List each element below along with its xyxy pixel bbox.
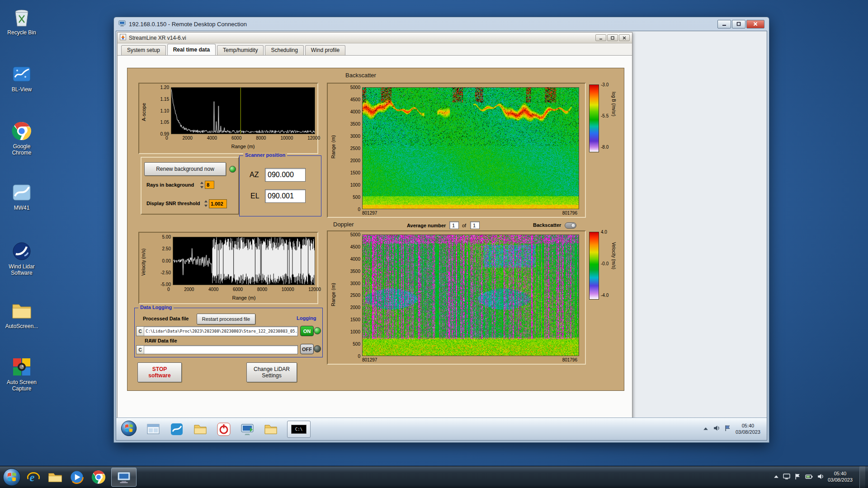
backscatter-plot-frame: 5000 4500 4000 3500 3000 2500 2000 1500 … xyxy=(327,83,586,218)
data-logging-group: Data Logging Processed Data file Restart… xyxy=(134,308,323,357)
tick-label: 5000 xyxy=(350,85,360,90)
remote-task-icon-screen-capture[interactable] xyxy=(240,422,255,436)
remote-taskbar-clock[interactable]: 05:40 03/08/2023 xyxy=(736,423,762,436)
remote-task-icon-folder-2[interactable] xyxy=(264,422,278,436)
taskbar-rdp-task-button[interactable] xyxy=(111,468,137,487)
average-count-field[interactable]: 1 xyxy=(470,221,480,229)
app-close-button[interactable] xyxy=(619,34,630,41)
remote-tray-show-hidden-icon[interactable] xyxy=(703,425,708,433)
svg-text:e: e xyxy=(30,471,35,483)
desktop-icon-recycle-bin[interactable]: Recycle Bin xyxy=(0,6,43,36)
taskbar-clock[interactable]: 05:40 03/08/2023 xyxy=(828,471,853,483)
remote-task-icon-window[interactable] xyxy=(146,422,160,436)
change-lidar-settings-button[interactable]: Change LiDAR Settings xyxy=(246,362,297,382)
desktop-icon-mw41[interactable]: MW41 xyxy=(0,182,43,211)
scanner-position-group: Scanner position AZ 090.000 EL 090.001 xyxy=(239,155,321,216)
tick-label: 3000 xyxy=(350,281,360,286)
taskbar-ie-icon[interactable]: e xyxy=(24,468,42,486)
raw-logging-off-switch[interactable]: OFF xyxy=(300,344,314,354)
processed-data-file-label: Processed Data file xyxy=(143,316,189,321)
tab-temp-humidity[interactable]: Temp/humidity xyxy=(217,45,264,55)
remote-tray-action-center-icon[interactable] xyxy=(724,425,731,433)
folder-icon xyxy=(11,300,33,322)
desktop-icon-auto-screen-capture[interactable]: Auto Screen Capture xyxy=(0,356,43,392)
start-button[interactable] xyxy=(3,468,21,486)
doppler-heatmap xyxy=(362,235,579,356)
tab-scheduling[interactable]: Scheduling xyxy=(265,45,303,55)
backscatter-y-axis: 5000 4500 4000 3500 3000 2500 2000 1500 … xyxy=(341,85,360,212)
raw-logging-led xyxy=(314,345,321,352)
el-value-field[interactable]: 090.001 xyxy=(265,189,306,203)
remote-start-button[interactable] xyxy=(121,420,137,438)
desktop-icon-google-chrome[interactable]: Google Chrome xyxy=(0,120,43,156)
tick-label: 3500 xyxy=(350,122,360,127)
tick-label: 12000 xyxy=(307,136,320,141)
az-value-field[interactable]: 090.000 xyxy=(265,168,306,182)
taskbar-explorer-icon[interactable] xyxy=(46,468,64,486)
logging-label: Logging xyxy=(297,315,316,321)
snr-value-field[interactable]: 1.002 xyxy=(209,199,227,208)
restart-processed-file-button[interactable]: Restart processed file xyxy=(197,314,255,324)
tab-wind-profile[interactable]: Wind profile xyxy=(305,45,345,55)
rdp-maximize-button[interactable] xyxy=(732,20,745,28)
rdp-window: 192.168.0.150 - Remote Desktop Connectio… xyxy=(113,17,769,443)
processed-logging-on-switch[interactable]: ON xyxy=(300,326,314,336)
rays-spinner[interactable] xyxy=(200,181,204,191)
tick-label: 6000 xyxy=(231,136,241,141)
taskbar-media-player-icon[interactable] xyxy=(68,468,86,486)
main-panel: 1.20 1.15 1.10 1.05 0.99 A-scope 0 2000 … xyxy=(127,68,624,391)
tick-label: 1000 xyxy=(350,183,360,188)
mw41-icon xyxy=(11,182,33,203)
clock-date: 03/08/2023 xyxy=(828,477,853,483)
tick-label: 0 xyxy=(358,354,360,359)
renew-background-led xyxy=(229,166,236,173)
tray-battery-icon[interactable] xyxy=(805,473,813,482)
processed-data-path-field[interactable]: C C:\Lidar\Data\Proc\2023\202308\2023080… xyxy=(136,326,298,336)
snr-spinner[interactable] xyxy=(204,200,208,209)
stop-software-button[interactable]: STOP software xyxy=(137,362,182,382)
tick-label: 8000 xyxy=(256,136,266,141)
app-minimize-button[interactable] xyxy=(595,34,606,41)
raw-data-path-field[interactable]: C xyxy=(136,345,298,354)
rays-in-background-label: Rays in background xyxy=(146,182,194,188)
app-titlebar[interactable]: StreamLine XR v14-6.vi xyxy=(118,33,632,43)
desktop-icon-wind-lidar[interactable]: Wind Lidar Software xyxy=(0,240,43,277)
tray-action-center-icon[interactable] xyxy=(794,473,801,482)
drive-icon[interactable]: C xyxy=(137,327,144,336)
tick-label: 5000 xyxy=(350,232,360,237)
tick-label: 500 xyxy=(353,195,360,200)
backscatter-doppler-toggle[interactable] xyxy=(565,222,576,229)
tab-real-time-data[interactable]: Real time data xyxy=(167,44,216,55)
ascope-y-label: A-scope xyxy=(141,96,146,128)
doppler-y-label: Range (m) xyxy=(330,267,336,322)
taskbar-chrome-icon[interactable] xyxy=(90,468,108,486)
remote-task-icon-power[interactable] xyxy=(217,422,231,436)
desktop-icon-autoscreen-folder[interactable]: AutoScreen... xyxy=(0,300,43,330)
average-number-field[interactable]: 1 xyxy=(449,221,459,229)
tab-system-setup[interactable]: System setup xyxy=(121,45,166,55)
tray-volume-icon[interactable] xyxy=(817,473,824,482)
tick-label: 10000 xyxy=(280,136,293,141)
remote-tray-volume-icon[interactable] xyxy=(713,425,720,433)
rdp-minimize-button[interactable] xyxy=(717,20,731,28)
remote-task-button-cmd[interactable]: C:\ xyxy=(287,421,311,438)
backscatter-heatmap xyxy=(362,87,579,209)
remote-task-icon-blue-app[interactable] xyxy=(170,422,184,436)
renew-background-button[interactable]: Renew background now xyxy=(144,162,226,176)
app-window: StreamLine XR v14-6.vi System setup Real… xyxy=(117,32,632,419)
tray-rdp-icon[interactable] xyxy=(783,473,790,482)
chrome-icon xyxy=(11,120,33,142)
tick-label: 1000 xyxy=(350,329,360,334)
rdp-titlebar[interactable]: 192.168.0.150 - Remote Desktop Connectio… xyxy=(116,17,767,31)
rdp-close-button[interactable] xyxy=(746,20,764,28)
desktop-icon-bl-view[interactable]: BL-View xyxy=(0,63,43,93)
processed-data-path: C:\Lidar\Data\Proc\2023\202308\20230803\… xyxy=(144,329,298,333)
backscatter-toggle-label: Backscatter xyxy=(533,222,561,228)
drive-icon[interactable]: C xyxy=(137,346,144,354)
doppler-plot-frame: 5000 4500 4000 3500 3000 2500 2000 1500 … xyxy=(327,230,586,365)
show-desktop-button[interactable] xyxy=(859,466,865,488)
rays-value-field[interactable]: 8 xyxy=(205,181,214,189)
remote-task-icon-folder[interactable] xyxy=(193,422,208,436)
app-maximize-button[interactable] xyxy=(607,34,618,41)
tray-show-hidden-icon[interactable] xyxy=(774,473,779,481)
